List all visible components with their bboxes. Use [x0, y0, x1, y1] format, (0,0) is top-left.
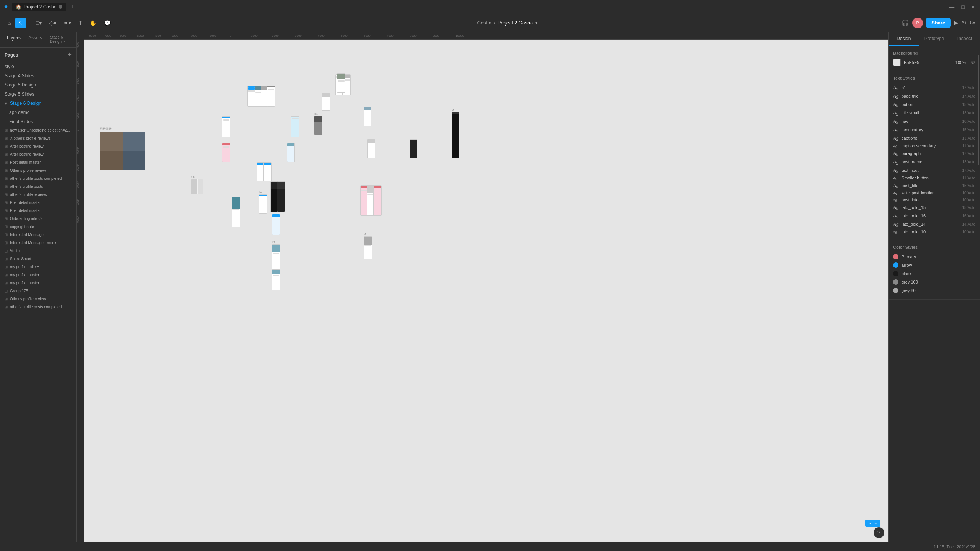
tr-frame[interactable]: [314, 116, 322, 135]
play-button[interactable]: ▶: [954, 19, 958, 26]
style-pagetitle[interactable]: Ag page title 17/Auto: [893, 92, 975, 100]
home-tool[interactable]: ⌂: [5, 18, 14, 28]
page-item-vector[interactable]: ◻ Vector: [0, 247, 76, 255]
ot4-frame[interactable]: [364, 107, 371, 126]
shape-tool[interactable]: ◇▾: [46, 18, 59, 28]
page-item-interestedmore[interactable]: ⊞ Interested Message - more: [0, 239, 76, 247]
close-button[interactable]: ×: [969, 3, 977, 11]
page-item-othersposts[interactable]: ⊞ other's profile posts: [0, 183, 76, 191]
page-item-afterposting2[interactable]: ⊞ After posting review: [0, 150, 76, 158]
edit-frame[interactable]: [267, 86, 275, 107]
left-panel-scrollbar[interactable]: [978, 55, 979, 165]
page-item-otherpostcomp2[interactable]: ⊞ other's profile posts completed: [0, 303, 76, 311]
color-grey100[interactable]: grey 100: [893, 278, 975, 286]
page-item-group175[interactable]: ◻ Group 175: [0, 287, 76, 295]
cu-frame[interactable]: [373, 185, 382, 216]
page-item-interested[interactable]: ⊞ Interested Message: [0, 231, 76, 239]
page-item-onboarding[interactable]: ⊞ new user Onboarding selection#2...: [0, 126, 76, 134]
lo-bottom-frame[interactable]: [259, 194, 267, 214]
project-name[interactable]: Project 2 Cosha: [498, 20, 533, 26]
avatar[interactable]: P: [912, 18, 923, 28]
tab-close-icon[interactable]: [59, 5, 62, 9]
tab-stage[interactable]: Stage 6 Design ✓: [46, 32, 73, 47]
pen-tool[interactable]: ✒▾: [61, 18, 74, 28]
add-tab-button[interactable]: +: [69, 3, 76, 10]
m4-frame[interactable]: [368, 139, 375, 158]
hand-tool[interactable]: ✋: [87, 18, 100, 28]
style-latobold10[interactable]: Ag lato_bold_10 10/Auto: [893, 228, 975, 235]
move-tool[interactable]: ↖: [15, 18, 26, 28]
page-item-finalslides[interactable]: Final Slides: [0, 117, 76, 126]
style-h1[interactable]: Ag h1 17/Auto: [893, 83, 975, 92]
minimize-button[interactable]: —: [947, 3, 957, 11]
page-item-afterposting1[interactable]: ⊞ After posting review: [0, 142, 76, 150]
style-captions[interactable]: Ag captions 13/Auto: [893, 134, 975, 142]
m-tall-frame[interactable]: [452, 112, 459, 158]
tab-layers[interactable]: Layers: [3, 32, 24, 47]
tab-inspect[interactable]: Inspect: [949, 32, 980, 46]
style-titlesmall[interactable]: Ag title small 13/Auto: [893, 109, 975, 117]
m-br-frame[interactable]: [364, 236, 372, 259]
frame-photo-collage[interactable]: [100, 132, 145, 170]
color-black[interactable]: black: [893, 269, 975, 278]
page-item-othersprofile2[interactable]: ⊞ Other's profile review: [0, 295, 76, 303]
style-captionsec[interactable]: Ag caption secondary 11/Auto: [893, 142, 975, 149]
page-item-stage5s[interactable]: Stage 5 Slides: [0, 90, 76, 99]
page-item-mymaster1[interactable]: ⊞ my profile master: [0, 271, 76, 279]
help-button[interactable]: ?: [874, 527, 884, 538]
headphones-icon[interactable]: 🎧: [902, 19, 909, 26]
po-frame[interactable]: [287, 143, 295, 162]
page-item-postdetail2[interactable]: ⊞ Post-detail master: [0, 199, 76, 207]
x-frame[interactable]: [410, 139, 417, 158]
page-item-mygallery[interactable]: ⊞ my profile gallery: [0, 263, 76, 271]
frame-tool[interactable]: □▾: [33, 18, 44, 28]
ot-p4[interactable]: [232, 197, 240, 227]
tab-design[interactable]: Design: [889, 32, 919, 46]
text-tool[interactable]: T: [76, 18, 85, 28]
color-grey80[interactable]: grey 80: [893, 286, 975, 295]
fi-tall[interactable]: [277, 181, 285, 212]
m-cal-7[interactable]: [272, 214, 280, 235]
page-item-othersprofile1[interactable]: ⊞ Other's profile review: [0, 166, 76, 174]
page-item-appdemo[interactable]: app demo: [0, 108, 76, 117]
style-button[interactable]: Ag button 15/Auto: [893, 100, 975, 109]
style-latobold16[interactable]: Ag lato_bold_16 16/Auto: [893, 212, 975, 220]
page-item-otherpostcomp1[interactable]: ⊞ other's profile posts completed: [0, 174, 76, 183]
style-nav[interactable]: Ag nav 10/Auto: [893, 117, 975, 126]
tab-prototype[interactable]: Prototype: [919, 32, 950, 46]
page-item-postdetail1[interactable]: ⊞ Post-detail master: [0, 158, 76, 166]
page-item-copyright[interactable]: ⊞ copyright note: [0, 223, 76, 231]
tab-assets[interactable]: Assets: [24, 32, 46, 47]
pink-frame-4[interactable]: [222, 143, 230, 162]
style-textinput[interactable]: Ag text input 17/Auto: [893, 166, 975, 174]
bg-visibility-toggle[interactable]: 👁: [971, 60, 975, 65]
page-item-othersreviews[interactable]: ⊞ other's profile reviews: [0, 191, 76, 199]
m-top2[interactable]: [322, 93, 330, 111]
color-primary[interactable]: Primary: [893, 253, 975, 261]
active-tab[interactable]: 🏠 Project 2 Cosha: [12, 3, 66, 11]
page-item-sharesheet[interactable]: ⊞ Share Sheet: [0, 255, 76, 263]
or-frame-4[interactable]: [291, 116, 299, 137]
page-item-onboardingintro[interactable]: ⊞ Onboarding intro#2: [0, 215, 76, 223]
page-item-postdetail3[interactable]: ⊞ Post-detail master: [0, 207, 76, 215]
wr2-frame[interactable]: [263, 162, 272, 181]
color-arrow[interactable]: arrow: [893, 261, 975, 269]
style-writelocation[interactable]: Ag write_post_location 10/Auto: [893, 190, 975, 196]
page-item-mymaster2[interactable]: ⊞ my profile master: [0, 279, 76, 287]
style-postinfo[interactable]: Ag post_info 10/Auto: [893, 196, 975, 203]
ot-b4[interactable]: [272, 269, 280, 290]
page-item-stage5d[interactable]: Stage 5 Design: [0, 80, 76, 90]
aplus-icon[interactable]: A+: [961, 20, 967, 26]
style-latobold14[interactable]: Ag lato_bold_14 14/Auto: [893, 220, 975, 228]
maximize-button[interactable]: □: [959, 3, 967, 11]
add-page-button[interactable]: +: [67, 51, 72, 59]
style-postname[interactable]: Ag post_name 13/Auto: [893, 158, 975, 166]
page-item-xother[interactable]: ⊞ X other's profile reviews: [0, 134, 76, 142]
style-posttitle[interactable]: Ag post_title 15/Auto: [893, 181, 975, 190]
bg-color-swatch[interactable]: [893, 59, 901, 66]
page-item-stage6[interactable]: ▾ Stage 6 Design: [0, 99, 76, 108]
style-latobold15[interactable]: Ag lato_bold_15 15/Auto: [893, 203, 975, 212]
style-secondary[interactable]: Ag sencondary 15/Auto: [893, 126, 975, 134]
canvas-content[interactable]: 图片回收: [84, 40, 888, 542]
page-item-style[interactable]: style: [0, 62, 76, 71]
